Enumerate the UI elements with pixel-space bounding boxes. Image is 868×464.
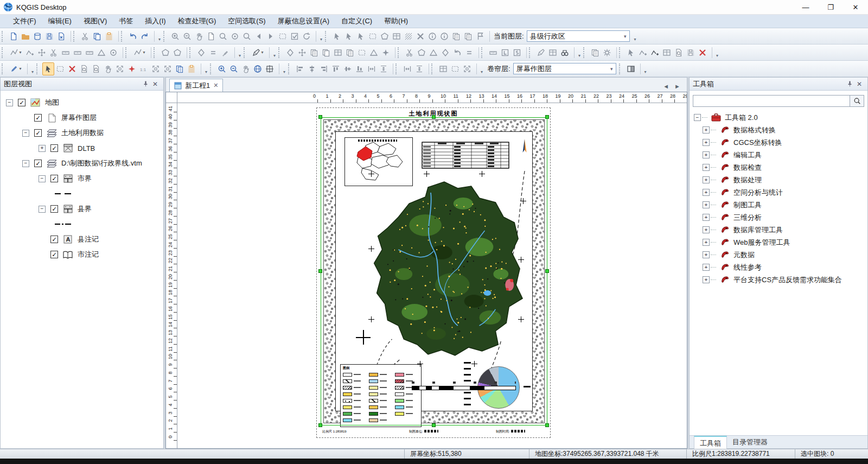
toolbar-overflow-icon[interactable]: ▾ <box>478 62 485 75</box>
redo-button[interactable] <box>139 30 151 43</box>
expand-icon[interactable]: + <box>703 264 710 271</box>
layer-tree-item[interactable]: −✓土地利用数据 <box>1 125 163 141</box>
select-polygon-button[interactable] <box>379 30 391 43</box>
layer-label[interactable]: 县注记 <box>78 234 99 244</box>
pan-sheet-button[interactable] <box>205 30 217 43</box>
sketch-line-button[interactable] <box>8 46 24 59</box>
collapse-icon[interactable]: − <box>694 114 701 121</box>
actual-size-button[interactable] <box>138 62 150 75</box>
menu-item-5[interactable]: 插入(I) <box>139 15 171 28</box>
collapse-icon[interactable]: − <box>22 130 29 137</box>
buffer-sketch-button[interactable] <box>107 46 119 59</box>
select-button[interactable] <box>331 30 343 43</box>
node-add-snap-button[interactable] <box>649 46 661 59</box>
layer-visibility-checkbox[interactable]: ✓ <box>50 251 58 258</box>
previous-view-button[interactable] <box>253 30 265 43</box>
hatch-selection-button[interactable] <box>403 30 414 43</box>
menu-item-3[interactable]: 视图(V) <box>78 15 112 28</box>
attribute-brush-button[interactable] <box>219 46 231 59</box>
menu-item-10[interactable]: 帮助(H) <box>379 15 413 28</box>
expand-icon[interactable]: + <box>703 251 710 258</box>
layer-visibility-checkbox[interactable]: ✓ <box>50 144 58 152</box>
toolbox-item-4[interactable]: +数据检查 <box>690 161 867 174</box>
expand-icon[interactable]: + <box>39 145 46 152</box>
menu-item-2[interactable]: 编辑(E) <box>43 15 77 28</box>
parallel-copy-button[interactable] <box>95 46 107 59</box>
node-add-button[interactable] <box>637 46 649 59</box>
toolbox-item-label[interactable]: 线性参考 <box>733 263 762 272</box>
layer-label[interactable]: 市界 <box>78 174 92 183</box>
toolbox-item-1[interactable]: +数据格式转换 <box>690 124 867 136</box>
toolbox-item-label[interactable]: 空间分析与统计 <box>733 188 783 198</box>
collapse-icon[interactable]: − <box>22 160 29 167</box>
menu-item-1[interactable]: 文件(F) <box>8 15 42 28</box>
maximize-button[interactable]: ❐ <box>818 0 843 14</box>
same-height-button[interactable] <box>449 62 461 75</box>
layer-label[interactable]: 县界 <box>78 204 92 214</box>
expand-icon[interactable]: + <box>703 164 710 171</box>
densify-button[interactable] <box>463 46 475 59</box>
style-pen-button[interactable] <box>8 62 24 75</box>
expand-icon[interactable]: + <box>703 201 710 208</box>
selection-handle[interactable] <box>432 423 436 427</box>
toolbar-overflow-icon[interactable]: ▾ <box>156 30 163 43</box>
zoom-out-page-button[interactable] <box>90 62 102 75</box>
zoom-free-button[interactable] <box>241 30 253 43</box>
selection-handle[interactable] <box>432 115 436 119</box>
toolbox-item-3[interactable]: +编辑工具 <box>690 149 867 161</box>
select-check-button[interactable] <box>289 30 301 43</box>
layer-visibility-checkbox[interactable]: ✓ <box>50 175 58 182</box>
refresh-view-button[interactable] <box>301 30 312 43</box>
toolbox-item-9[interactable]: +数据库管理工具 <box>690 224 867 236</box>
toolbox-item-6[interactable]: +空间分析与统计 <box>690 186 867 199</box>
layer-label[interactable]: 屏幕作图层 <box>61 113 97 123</box>
toolbar-overflow-icon[interactable]: ▾ <box>642 62 649 75</box>
layer-label[interactable]: 土地利用数据 <box>61 128 104 138</box>
toolbox-root-item[interactable]: −工具箱 2.0 <box>690 111 867 124</box>
locate-button[interactable] <box>474 30 486 43</box>
layer-visibility-checkbox[interactable]: ✓ <box>50 205 58 213</box>
menu-item-6[interactable]: 检查处理(G) <box>173 15 222 28</box>
length-label-button[interactable] <box>499 46 511 59</box>
toolbox-item-11[interactable]: +元数据 <box>690 249 867 261</box>
document-tab[interactable]: 新工程1 ✕ <box>169 79 223 92</box>
layer-visibility-checkbox[interactable]: ✓ <box>34 160 42 167</box>
zoom-in-button[interactable] <box>169 30 181 43</box>
clear-selection-button[interactable] <box>414 30 426 43</box>
expand-icon[interactable]: + <box>703 276 710 283</box>
angle-measure-button[interactable] <box>535 46 547 59</box>
expand-icon[interactable]: + <box>703 176 710 183</box>
full-page-button[interactable] <box>114 62 126 75</box>
tab-close-icon[interactable]: ✕ <box>213 82 218 89</box>
toolbox-item-label[interactable]: 数据处理 <box>733 175 762 185</box>
menu-item-7[interactable]: 空间选取(S) <box>222 15 271 28</box>
box-in-button[interactable] <box>356 46 368 59</box>
distribute-vertical-button[interactable] <box>378 62 390 75</box>
select-features-button[interactable] <box>343 30 355 43</box>
layer-visibility-checkbox[interactable]: ✓ <box>34 114 42 122</box>
layer-visibility-checkbox[interactable]: ✓ <box>50 236 58 243</box>
cut-polygon-button[interactable] <box>159 46 171 59</box>
expand-icon[interactable]: + <box>703 239 710 246</box>
pan-button[interactable] <box>193 30 205 43</box>
copy-element-button[interactable] <box>174 62 186 75</box>
map-canvas[interactable]: 0123456789101112131415161718192021222324… <box>165 92 687 449</box>
panel-tab-2[interactable]: 目录管理器 <box>727 436 773 449</box>
layer-label[interactable]: 市注记 <box>78 250 99 259</box>
zoom-to-big-button[interactable] <box>150 62 162 75</box>
toolbox-item-5[interactable]: +数据处理 <box>690 174 867 186</box>
toolbox-item-label[interactable]: 数据库管理工具 <box>733 225 783 235</box>
close-panel-icon[interactable]: ✕ <box>150 79 160 89</box>
select-add-button[interactable] <box>355 30 367 43</box>
map-goto-button[interactable] <box>264 62 276 75</box>
draw-pen-button[interactable] <box>250 46 266 59</box>
new-document-button[interactable] <box>8 30 20 43</box>
erase-feature-button[interactable] <box>416 46 427 59</box>
zoom-attributes-button[interactable] <box>673 46 685 59</box>
close-project-button[interactable] <box>55 30 67 43</box>
toolbox-item-label[interactable]: 编辑工具 <box>733 150 762 160</box>
layer-label[interactable]: DLTB <box>78 144 95 152</box>
toolbox-item-label[interactable]: 平台支持CS产品反馈需求功能集合 <box>733 275 842 285</box>
minimize-button[interactable]: — <box>793 0 818 14</box>
next-view-button[interactable] <box>265 30 277 43</box>
